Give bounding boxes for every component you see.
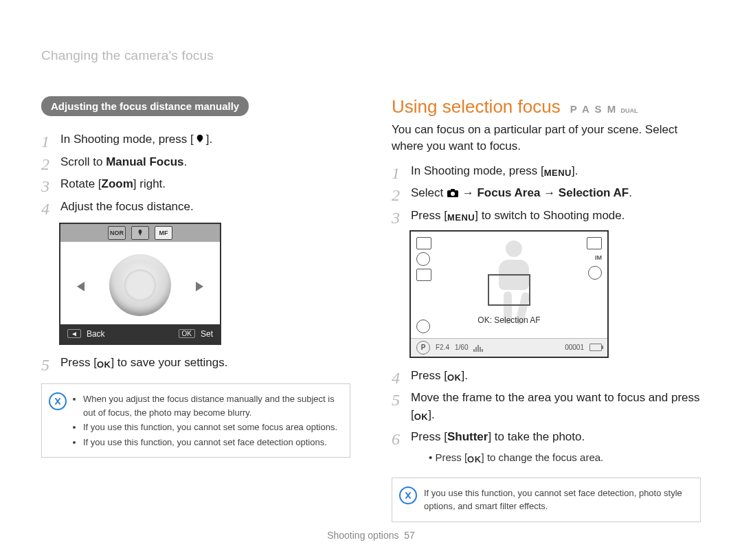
lcd-center-label: OK: Selection AF [411, 315, 607, 325]
mode-tile: NOR [108, 226, 126, 240]
right-step-4: Press [OK]. [392, 368, 701, 385]
note-list: If you use this function, you cannot set… [424, 485, 690, 515]
note-item: When you adjust the focus distance manua… [83, 392, 340, 419]
text: ]. [428, 408, 434, 421]
arrow: → [459, 186, 477, 199]
hud-icon [416, 269, 431, 281]
lcd-illustration-manual-focus: NOR MF ◄ Back OK Set [59, 223, 221, 345]
set-label: Set [201, 329, 213, 339]
lcd-bottom-bar: ◄ Back OK Set [60, 324, 220, 344]
text: ] to change the focus area. [482, 451, 604, 463]
right-step-2: Select → Focus Area → Selection AF. [392, 185, 701, 202]
dial-icon [109, 254, 171, 316]
note-list: When you adjust the focus distance manua… [74, 391, 340, 450]
intro-text: You can focus on a particular part of yo… [392, 122, 701, 155]
text: Press [ [60, 356, 97, 369]
two-column-layout: Adjusting the focus distance manually In… [41, 96, 701, 522]
back-chip: ◄ [67, 329, 81, 338]
lcd-illustration-selection-af: IM OK: Selection AF P F2.4 1/60 00001 [409, 230, 609, 358]
note-item: If you use this function, you cannot set… [83, 436, 340, 449]
note-box: When you adjust the focus distance manua… [41, 383, 350, 458]
text: Move the frame to the area you want to f… [411, 391, 700, 421]
section-pill: Adjusting the focus distance manually [41, 96, 249, 116]
focus-button-icon [194, 133, 206, 144]
text: In Shooting mode, press [ [60, 133, 194, 146]
text-bold: Focus Area [477, 186, 540, 199]
ok-icon: OK [467, 454, 482, 465]
ok-icon: OK [414, 411, 429, 422]
left-step-3: Rotate [Zoom] right. [41, 176, 350, 193]
left-column: Adjusting the focus distance manually In… [41, 96, 350, 522]
sub-bullet: Press [OK] to change the focus area. [429, 450, 701, 465]
text: ] right. [133, 177, 166, 190]
hud-icon [416, 237, 431, 249]
text: ]. [461, 369, 467, 382]
mode-dial-icon: P [416, 341, 430, 355]
right-step-6: Press [Shutter] to take the photo. Press… [392, 429, 701, 464]
macro-tile [131, 226, 149, 240]
back-label: Back [87, 329, 105, 339]
manual-page: Changing the camera's focus Adjusting th… [0, 0, 742, 560]
text: ]. [206, 133, 212, 146]
menu-icon: MENU [447, 212, 475, 223]
text: . [184, 155, 188, 168]
note-icon [49, 392, 67, 410]
right-steps-continued: Press [OK]. Move the frame to the area y… [392, 368, 701, 465]
left-steps: In Shooting mode, press []. Scroll to Ma… [41, 131, 350, 216]
arrow-right-icon [196, 282, 203, 291]
text: ]. [572, 164, 578, 177]
breadcrumb: Changing the camera's focus [41, 48, 701, 63]
note-icon [399, 486, 417, 504]
aperture-value: F2.4 [436, 344, 449, 351]
hud-quality-icon: IM [595, 252, 602, 263]
text: In Shooting mode, press [ [411, 164, 544, 177]
right-steps: In Shooting mode, press [MENU]. Select →… [392, 163, 701, 225]
ok-chip: OK [179, 329, 195, 338]
arrow: → [540, 186, 558, 199]
section-heading: Using selection focus P A S M DUAL [392, 96, 701, 117]
hud-battery-icon [587, 237, 602, 249]
note-item: If you use this function, you cannot set… [424, 486, 690, 513]
text: Press [ [411, 369, 447, 382]
text: ] to switch to Shooting mode. [475, 209, 625, 222]
svg-rect-1 [451, 189, 455, 191]
left-steps-continued: Press [OK] to save your settings. [41, 355, 350, 372]
left-step-1: In Shooting mode, press []. [41, 131, 350, 148]
footer-page-number: 57 [404, 530, 415, 541]
ok-icon: OK [97, 359, 111, 370]
text: Select [411, 186, 447, 199]
left-step-4: Adjust the focus distance. [41, 199, 350, 216]
text: Press [ [411, 430, 447, 443]
hud-icon [588, 266, 602, 280]
text-bold: Zoom [102, 177, 133, 190]
lcd-bottom-bar: P F2.4 1/60 00001 [411, 338, 607, 357]
text: Press [ [435, 451, 467, 463]
hud-icon [416, 252, 430, 266]
ok-icon: OK [447, 372, 462, 383]
right-step-3: Press [MENU] to switch to Shooting mode. [392, 208, 701, 225]
right-column: Using selection focus P A S M DUAL You c… [392, 96, 701, 522]
shutter-value: 1/60 [455, 344, 468, 351]
histogram-icon [473, 344, 483, 352]
focus-frame-icon [488, 274, 530, 306]
right-step-5: Move the frame to the area you want to f… [392, 390, 701, 423]
note-box: If you use this function, you cannot set… [392, 478, 701, 522]
right-step-1: In Shooting mode, press [MENU]. [392, 163, 701, 180]
battery-icon [589, 344, 602, 351]
svg-point-2 [451, 192, 455, 196]
text: ] to save your settings. [111, 356, 227, 369]
text-bold: Shutter [447, 430, 488, 443]
page-footer: Shooting options 57 [0, 530, 742, 541]
mode-letters: P A S M [570, 103, 617, 115]
text: Rotate [ [60, 177, 102, 190]
left-step-2: Scroll to Manual Focus. [41, 154, 350, 171]
left-step-5: Press [OK] to save your settings. [41, 355, 350, 372]
counter-value: 00001 [565, 344, 584, 351]
text: . [629, 186, 632, 199]
text-bold: Selection AF [559, 186, 629, 199]
arrow-left-icon [77, 282, 85, 291]
heading-text: Using selection focus [392, 96, 561, 117]
lcd-top-bar: NOR MF [60, 224, 220, 242]
text: Press [ [411, 209, 447, 222]
text-bold: Manual Focus [106, 155, 183, 168]
